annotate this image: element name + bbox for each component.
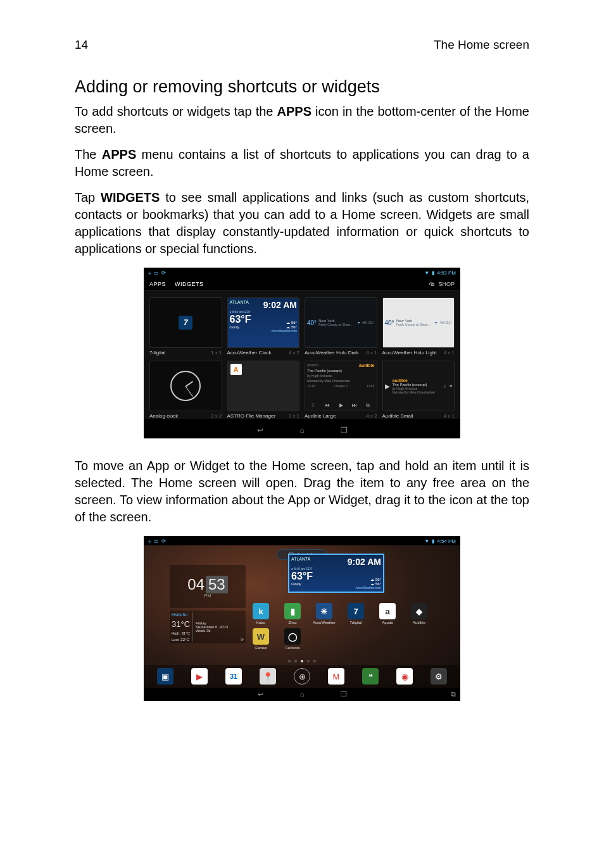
shop-button[interactable]: 🛍 SHOP: [429, 281, 455, 287]
cloud-icon: ☁ 56°: [286, 320, 297, 325]
status-bar: ⏚ ▭ ⟳ ▼ ▮ 4:54 PM: [144, 536, 460, 545]
battery-icon: ▮: [432, 270, 434, 276]
app-label: Kobo: [256, 621, 265, 624]
dock-play[interactable]: ▶: [191, 668, 208, 685]
wifi-icon: ⏚: [148, 538, 151, 544]
sync-icon: ⟳: [161, 270, 166, 276]
widget-accuweather-holo-dark[interactable]: 40° New York Partly Cloudy w/ Show… ☂ 40…: [305, 297, 377, 356]
app-label: AccuWeather: [313, 621, 336, 624]
wifi-signal-icon: ▼: [424, 270, 429, 276]
sync-icon: ⟳: [161, 538, 166, 544]
dock-gmail[interactable]: M: [328, 668, 344, 685]
dragged-widget-accuweather[interactable]: ATLANTA 9:02 AM a 8:40 am EDT 63°F Cloud…: [289, 554, 384, 592]
home-weather-widget[interactable]: Hsinchu 31°C High: 31°C Low: 22°C Friday…: [170, 611, 246, 643]
widget-accuweather-holo-light[interactable]: 40° New York Partly Cloudy w/ Show… ☂ 40…: [382, 297, 455, 356]
umbrella-icon: ☂: [434, 321, 437, 325]
widget-accuweather-clock[interactable]: ATLANTA 9:02 AM a 8:40 am EDT 63°F Cloud…: [227, 297, 300, 356]
cloud-icon: ☁ 56°: [370, 577, 381, 581]
refresh-icon[interactable]: ⟳: [241, 637, 244, 642]
para-2: The APPS menu contains a list of shortcu…: [75, 146, 529, 180]
widget-7digital[interactable]: 7 7digital1 x 1: [149, 297, 222, 356]
bookmark-icon[interactable]: ⧉: [366, 402, 370, 409]
app-widget-tabbar: APPS WIDGETS 🛍 SHOP: [144, 277, 460, 291]
app-icon: 7: [348, 603, 364, 619]
sleep-icon[interactable]: ☾: [444, 384, 447, 388]
app-icon: ▮: [284, 603, 301, 619]
picture-icon: ▭: [154, 270, 159, 276]
play-icon[interactable]: ▶: [339, 402, 343, 409]
app-label: 7digital: [349, 621, 362, 624]
dock-settings[interactable]: ⚙: [431, 668, 447, 685]
section-title: Adding or removing shortcuts or widgets: [75, 77, 529, 97]
app-label: Agoda: [382, 621, 393, 624]
umbrella-icon: ☂: [357, 321, 360, 325]
recents-icon[interactable]: ❐: [339, 426, 349, 435]
status-time: 4:54 PM: [437, 538, 456, 544]
home-icon-games[interactable]: WGames: [249, 628, 272, 650]
home-icon-zinio[interactable]: ▮Zinio: [281, 603, 304, 624]
app-icon: W: [253, 628, 269, 645]
back-icon[interactable]: ↩: [255, 426, 265, 435]
widget-audible-small[interactable]: ▶ audible The Pacific (excerpt) by Hugh …: [382, 361, 455, 419]
widget-audible-large[interactable]: amazonaudible The Pacific (excerpt) by H…: [305, 361, 377, 419]
bookmark-icon[interactable]: ⧉: [450, 384, 452, 388]
app-icon: k: [253, 603, 269, 619]
sleep-icon[interactable]: ☾: [311, 402, 316, 409]
app-label: Zinio: [288, 621, 296, 624]
shop-bag-icon: 🛍: [429, 281, 435, 287]
home-icon-audible[interactable]: ◆Audible: [408, 603, 431, 624]
home-icon-currents[interactable]: ◯Currents: [281, 628, 304, 650]
app-label: Audible: [413, 621, 425, 624]
status-time: 4:53 PM: [437, 270, 456, 276]
dock: ▣▶31📍⊕M❝◉⚙: [144, 665, 460, 688]
recents-icon[interactable]: ❐: [339, 690, 349, 698]
app-icon: ☀: [316, 603, 332, 619]
app-icon: ◆: [411, 603, 427, 619]
dock-calendar[interactable]: 31: [225, 668, 242, 685]
app-icon: a: [379, 603, 396, 619]
prev-icon[interactable]: ⏮: [325, 402, 330, 409]
seven-digital-icon: 7: [179, 316, 192, 330]
dock-hangouts[interactable]: ❝: [362, 668, 379, 685]
cloud-icon: ☁ 56°: [286, 325, 297, 329]
widget-astro-file-manager[interactable]: A ASTRO File Manager1 x 1: [227, 361, 300, 419]
analog-clock-icon: [170, 371, 201, 401]
dock-maps[interactable]: 📍: [260, 668, 276, 685]
page-indicator: [144, 657, 460, 665]
home-clock-widget[interactable]: 04 53 PM: [170, 565, 246, 608]
screenshot-widgets-menu: ⏚ ▭ ⟳ ▼ ▮ 4:53 PM APPS WIDGETS 🛍 SHOP: [144, 268, 460, 438]
system-nav-bar: ↩ ⌂ ❐ ⧉: [144, 688, 460, 700]
picture-icon: ▭: [154, 538, 159, 544]
home-icon-agoda[interactable]: aAgoda: [376, 603, 399, 624]
para-3: Tap WIDGETS to see small applications an…: [75, 189, 529, 257]
play-icon[interactable]: ▶: [385, 383, 390, 390]
app-icon: ◯: [284, 628, 301, 645]
screenshot-home-drag: ⏚ ▭ ⟳ ▼ ▮ 4:54 PM ⓘ App info ATLANTA 9:0…: [144, 536, 460, 701]
para-4: To move an App or Widget to the Home scr…: [75, 457, 529, 526]
dock-chrome[interactable]: ◉: [396, 668, 413, 685]
page-number: 14: [75, 38, 88, 52]
system-nav-bar: ↩ ⌂ ❐: [144, 423, 460, 438]
home-icon[interactable]: ⌂: [297, 690, 307, 698]
battery-icon: ▮: [432, 538, 434, 544]
status-bar: ⏚ ▭ ⟳ ▼ ▮ 4:53 PM: [144, 268, 460, 277]
wifi-signal-icon: ▼: [424, 538, 429, 544]
astro-icon: A: [230, 364, 242, 375]
home-icon-kobo[interactable]: kKobo: [249, 603, 272, 624]
home-icon[interactable]: ⌂: [297, 426, 307, 435]
back-icon[interactable]: ↩: [255, 690, 265, 698]
home-icon-accuweather[interactable]: ☀AccuWeather: [313, 603, 336, 624]
cloud-icon: ☁ 56°: [370, 581, 381, 586]
app-label: Games: [255, 646, 267, 650]
tab-widgets[interactable]: WIDGETS: [175, 281, 204, 287]
running-title: The Home screen: [434, 38, 529, 52]
screenshot-icon[interactable]: ⧉: [451, 690, 456, 698]
tab-apps[interactable]: APPS: [149, 281, 166, 287]
widget-analog-clock[interactable]: Analog clock2 x 2: [149, 361, 222, 419]
wifi-icon: ⏚: [148, 270, 151, 276]
home-icon-7digital[interactable]: 77digital: [344, 603, 367, 624]
dock-apps[interactable]: ⊕: [294, 668, 310, 685]
dock-dolby[interactable]: ▣: [157, 668, 173, 685]
next-icon[interactable]: ⏭: [352, 402, 357, 409]
app-label: Currents: [285, 646, 299, 650]
